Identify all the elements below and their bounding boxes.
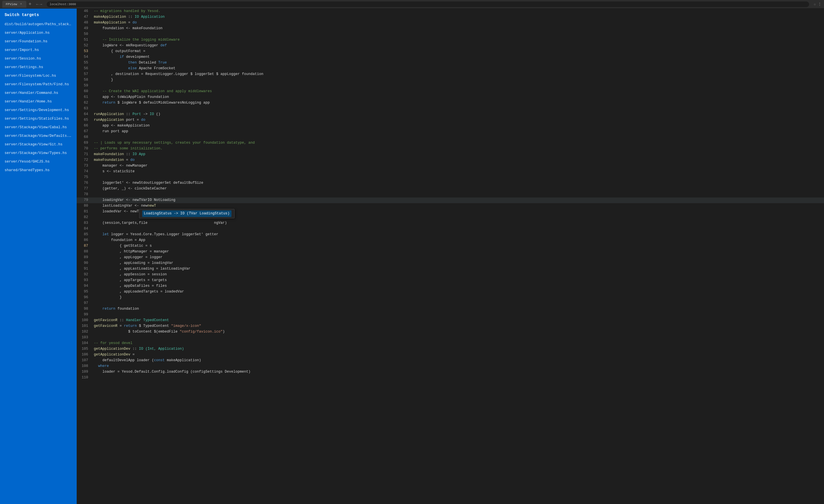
line-number: 85 [77, 232, 92, 237]
sidebar-item[interactable]: server/Stackage/View/Git.hs [0, 140, 77, 149]
line-number: 64 [77, 112, 92, 117]
line-number: 77 [77, 186, 92, 192]
token-plain: , httpManager = manager [94, 249, 169, 254]
token-fn: makeApplication [94, 21, 126, 25]
token-plain: foundation = App [94, 238, 145, 242]
line-number: 101 [77, 323, 92, 329]
sidebar-item[interactable]: server/Foundation.hs [0, 37, 77, 46]
line-content: , appLogger = logger [92, 255, 163, 261]
autocomplete-selected-item[interactable]: LoadingStatus -> IO (TVar LoadingStatus) [142, 210, 231, 217]
token-plain: (session,targets,file [94, 221, 147, 225]
code-line: 78 [77, 192, 824, 197]
sidebar-item[interactable]: server/Yesod/GHCJS.hs [0, 158, 77, 166]
token-comment: -- for yesod devel [94, 341, 132, 345]
token-comment: -- performs some initialization. [94, 146, 163, 150]
code-line: 107 defaultDevelApp loader (const makeAp… [77, 358, 824, 364]
line-content: -- Initialize the logging middleware [92, 37, 180, 43]
token-kw: else [128, 67, 137, 71]
line-number: 62 [77, 100, 92, 106]
code-line: 53 { outputFormat = [77, 48, 824, 55]
token-type: IO Application [135, 15, 165, 19]
line-number: 81 [77, 209, 92, 215]
token-kw: return [102, 101, 115, 105]
menu-icon[interactable]: ⋮ [818, 2, 822, 7]
line-content: -- Create the WAI application and apply … [92, 89, 212, 94]
line-number: 93 [77, 278, 92, 283]
sidebar-item[interactable]: server/Handler/Command.hs [0, 89, 77, 97]
address-bar[interactable]: localhost:3000 [46, 1, 809, 7]
sidebar-item[interactable]: server/Application.hs [0, 29, 77, 37]
line-number: 108 [77, 364, 92, 369]
token-fn: runApplication [94, 112, 124, 116]
back-button[interactable]: ← [36, 2, 38, 7]
forward-button[interactable]: → [40, 2, 42, 7]
code-area[interactable]: 46-- migrations handled by Yesod.47makeA… [77, 9, 824, 504]
sidebar-item[interactable]: server/Import.hs [0, 46, 77, 55]
sidebar-item[interactable]: server/Settings/Development.hs [0, 106, 77, 114]
token-plain: :: [118, 318, 126, 322]
line-content [92, 375, 96, 381]
line-number: 53 [77, 48, 92, 55]
token-plain: port = [124, 118, 141, 122]
line-number: 110 [77, 375, 92, 381]
sidebar-item[interactable]: server/Session.hs [0, 55, 77, 63]
sidebar-item[interactable]: shared/SharedTypes.hs [0, 166, 77, 175]
line-content [92, 134, 96, 140]
token-plain: logWare <- mkRequestLogger [94, 43, 161, 47]
line-content: { outputFormat = [92, 48, 145, 55]
token-plain: app <- toWaiAppPlain foundation [94, 95, 169, 99]
code-line: 76 loggerSet' <- newStdoutLoggerSet defa… [77, 180, 824, 186]
line-content: manager <- newManager [92, 163, 147, 169]
code-line: 95 , appLoadedTargets = loadedVar [77, 289, 824, 295]
token-plain: () [154, 112, 161, 116]
line-content [92, 335, 96, 340]
code-line: 93 , appTargets = targets [77, 278, 824, 283]
line-number: 96 [77, 295, 92, 301]
line-number: 97 [77, 301, 92, 306]
line-content: , appSession = session [92, 272, 167, 278]
token-kw: def [161, 43, 167, 47]
token-plain [94, 307, 102, 311]
bookmark-icon[interactable]: ☆ [814, 2, 816, 7]
code-line: 75 [77, 175, 824, 180]
line-number: 58 [77, 77, 92, 83]
token-comment: -- Create the WAI application and apply … [94, 89, 212, 93]
browser-tab[interactable]: FPView × [2, 1, 26, 8]
sidebar-item[interactable]: server/Filesystem/Loc.hs [0, 72, 77, 80]
line-content: runApplication port = do [92, 117, 145, 123]
code-line: 63 [77, 106, 824, 112]
sidebar-item[interactable]: server/Filesystem/Path/Find.hs [0, 80, 77, 89]
token-plain: { getStatic = s [94, 244, 152, 248]
token-plain: Apache FromSocket [137, 67, 175, 71]
code-line: 91 , appLastLoading = lastLoadingVar [77, 266, 824, 272]
sidebar-item[interactable]: server/Handler/Home.hs [0, 97, 77, 106]
new-tab-button[interactable]: + [26, 1, 34, 7]
token-kw: return [124, 324, 137, 328]
sidebar: Switch targets dist/build/autogen/Paths_… [0, 9, 77, 504]
sidebar-item[interactable]: dist/build/autogen/Paths_stackage_view.h… [0, 20, 77, 29]
code-line: 57 , destination = RequestLogger.Logger … [77, 72, 824, 77]
line-content: , destination = RequestLogger.Logger $ l… [92, 72, 264, 77]
sidebar-item[interactable]: server/Settings.hs [0, 63, 77, 72]
token-plain: loadingVar <- newTVarIO NotLoading [94, 198, 175, 202]
line-number: 71 [77, 152, 92, 158]
token-kw: if [120, 55, 124, 59]
sidebar-item[interactable]: server/Stackage/View/Cabal.hs [0, 123, 77, 132]
sidebar-item[interactable]: server/Stackage/View/Types.hs [0, 149, 77, 158]
line-content: run port app [92, 129, 128, 134]
token-plain: defaultDevelApp loader ( [94, 358, 154, 362]
browser-actions: ☆ ⋮ [811, 2, 824, 7]
token-plain: = [126, 21, 133, 25]
sidebar-item[interactable]: server/Settings/StaticFiles.hs [0, 114, 77, 123]
line-content [92, 192, 96, 197]
code-line: 71makeFoundation :: IO App [77, 152, 824, 158]
token-plain: , appDataFiles = files [94, 284, 167, 288]
line-number: 103 [77, 335, 92, 340]
line-content: { getStatic = s [92, 243, 152, 249]
line-number: 105 [77, 346, 92, 352]
token-plain: foundation [115, 307, 139, 311]
sidebar-item[interactable]: server/Stackage/View/Defaults.hs [0, 132, 77, 140]
line-number: 70 [77, 146, 92, 152]
line-number: 63 [77, 106, 92, 112]
tab-close-button[interactable]: × [19, 3, 23, 6]
